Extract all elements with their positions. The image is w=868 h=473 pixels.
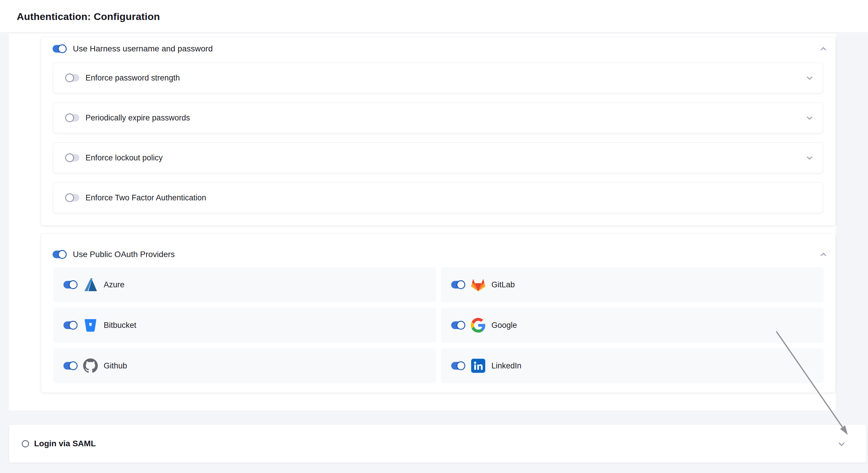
provider-tile-linkedin: LinkedIn <box>441 348 824 383</box>
linkedin-toggle[interactable] <box>451 362 465 370</box>
toggle-knob <box>58 250 67 259</box>
page-title: Authentication: Configuration <box>17 0 160 33</box>
toggle-knob <box>69 321 78 329</box>
saml-login-row[interactable]: Login via SAML <box>9 424 867 463</box>
oauth-title: Use Public OAuth Providers <box>73 250 175 259</box>
chevron-down-icon[interactable] <box>806 114 813 122</box>
provider-tile-bitbucket: Bitbucket <box>53 308 436 343</box>
chevron-up-icon[interactable] <box>819 251 827 258</box>
toggle-knob <box>457 280 465 289</box>
provider-label: Github <box>104 361 127 371</box>
policy-row-label: Periodically expire passwords <box>86 114 190 123</box>
toggle-knob <box>457 361 465 370</box>
policy-row-password-strength[interactable]: Enforce password strength <box>53 63 823 93</box>
policy-row-label: Enforce lockout policy <box>86 153 163 162</box>
page-header: Authentication: Configuration <box>0 0 868 33</box>
toggle-knob <box>457 321 465 329</box>
authentication-configuration-page: Authentication: Configuration Use Harnes… <box>0 0 868 473</box>
provider-label: LinkedIn <box>491 361 521 371</box>
github-toggle[interactable] <box>63 362 77 370</box>
expire-passwords-toggle[interactable] <box>65 114 79 122</box>
provider-label: GitLab <box>491 280 515 289</box>
chevron-up-icon[interactable] <box>819 45 827 53</box>
two-factor-toggle[interactable] <box>65 194 79 201</box>
oauth-header: Use Public OAuth Providers <box>53 247 175 262</box>
toggle-knob <box>58 44 67 53</box>
toggle-knob <box>65 114 74 122</box>
harness-login-title: Use Harness username and password <box>73 44 213 54</box>
google-toggle[interactable] <box>451 321 465 329</box>
harness-login-toggle[interactable] <box>53 45 66 53</box>
policy-row-label: Enforce Two Factor Authentication <box>86 193 206 202</box>
gitlab-icon <box>471 277 486 292</box>
provider-label: Google <box>491 321 517 330</box>
google-icon <box>471 318 486 333</box>
lockout-policy-toggle[interactable] <box>65 154 79 162</box>
azure-icon <box>83 277 98 292</box>
toggle-knob <box>69 280 78 289</box>
harness-login-section: Use Harness username and password Enforc… <box>41 37 836 226</box>
toggle-knob <box>65 153 74 162</box>
harness-login-header: Use Harness username and password <box>53 41 213 56</box>
github-icon <box>83 358 98 373</box>
chevron-down-icon[interactable] <box>837 440 845 448</box>
bitbucket-toggle[interactable] <box>63 321 77 329</box>
policy-row-label: Enforce password strength <box>86 73 180 83</box>
azure-toggle[interactable] <box>63 281 77 288</box>
provider-tile-gitlab: GitLab <box>441 267 824 302</box>
gitlab-toggle[interactable] <box>451 281 465 288</box>
oauth-section: Use Public OAuth Providers Azure <box>41 233 836 393</box>
policy-row-expire-passwords[interactable]: Periodically expire passwords <box>53 102 823 133</box>
policy-row-two-factor[interactable]: Enforce Two Factor Authentication <box>53 183 823 213</box>
provider-tile-google: Google <box>441 308 824 343</box>
password-strength-toggle[interactable] <box>65 74 79 82</box>
toggle-knob <box>69 361 78 370</box>
chevron-down-icon[interactable] <box>806 74 813 82</box>
provider-tile-azure: Azure <box>53 267 436 302</box>
saml-radio[interactable] <box>22 440 29 447</box>
toggle-knob <box>65 73 74 82</box>
chevron-down-icon[interactable] <box>806 154 813 162</box>
provider-label: Azure <box>104 280 125 289</box>
provider-label: Bitbucket <box>104 321 136 330</box>
policy-row-lockout-policy[interactable]: Enforce lockout policy <box>53 143 823 173</box>
linkedin-icon <box>471 358 486 373</box>
provider-tile-github: Github <box>53 348 436 383</box>
oauth-toggle[interactable] <box>53 251 66 258</box>
toggle-knob <box>65 193 74 202</box>
saml-label: Login via SAML <box>34 439 96 448</box>
bitbucket-icon <box>83 318 98 333</box>
